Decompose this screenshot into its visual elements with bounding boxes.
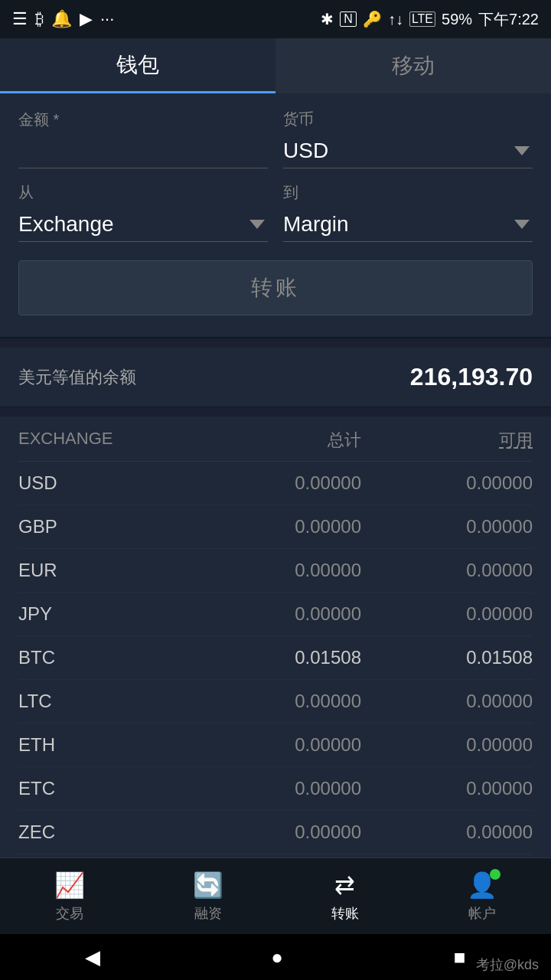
currency-field: 货币 USD [283, 109, 533, 168]
main-tabs: 钱包 移动 [0, 38, 551, 93]
play-icon: ▶ [80, 9, 93, 29]
row-total: 0.00000 [190, 516, 361, 537]
to-select[interactable]: Margin [283, 207, 533, 242]
watermark: 考拉@kds [476, 956, 539, 974]
row-total: 0.00000 [190, 691, 361, 712]
nav-label-trade: 交易 [56, 904, 83, 923]
row-available: 0.00000 [361, 560, 533, 581]
status-bar: ☰ ₿ 🔔 ▶ ··· ✱ N 🔑 ↑↓ LTE 59% 下午7:22 [0, 0, 551, 38]
nav-item-finance[interactable]: 🔄 融资 [193, 871, 223, 923]
signal-icon: ↑↓ [388, 11, 403, 28]
currency-label: 货币 [283, 109, 533, 129]
from-field: 从 Exchange [18, 182, 268, 242]
currency-value: USD [283, 139, 328, 163]
lte-badge: LTE [409, 11, 435, 27]
from-select[interactable]: Exchange [18, 207, 268, 242]
row-total: 0.00000 [190, 472, 361, 494]
currency-name: ETH [18, 734, 190, 756]
currency-name: ETC [18, 778, 190, 799]
balance-section: 美元等值的余额 216,193.70 [0, 348, 551, 407]
nav-label-finance: 融资 [194, 904, 222, 923]
home-button[interactable]: ● [271, 946, 283, 969]
row-available: 0.00000 [361, 822, 533, 843]
balance-label: 美元等值的余额 [18, 366, 136, 389]
nav-item-transfer[interactable]: ⇄ 转账 [331, 871, 359, 923]
row-total: 0.01508 [190, 647, 361, 668]
row-available: 0.00000 [361, 734, 533, 756]
crypto-icon: ₿ [35, 9, 44, 29]
currency-name: ZEC [18, 822, 190, 843]
to-label: 到 [283, 182, 533, 203]
status-left-icons: ☰ ₿ 🔔 ▶ ··· [12, 9, 114, 29]
currency-select[interactable]: USD [283, 134, 533, 168]
finance-icon: 🔄 [193, 871, 223, 900]
nfc-icon: N [340, 11, 357, 27]
table-row: JPY 0.00000 0.00000 [18, 593, 533, 636]
currency-name: JPY [18, 603, 190, 625]
transfer-button[interactable]: 转账 [18, 260, 533, 315]
table-row: BTC 0.01508 0.01508 [18, 636, 533, 680]
to-field: 到 Margin [283, 182, 533, 242]
amount-field: 金额 * [18, 109, 268, 168]
transfer-form: 金额 * 货币 USD 从 Exchange 到 Margin [0, 93, 551, 338]
table-header: EXCHANGE 总计 可用 [18, 416, 533, 462]
amount-label: 金额 * [18, 109, 268, 130]
row-total: 0.00000 [190, 734, 361, 756]
currency-name: BTC [18, 647, 190, 668]
battery-text: 59% [442, 11, 472, 28]
table-row: LTC 0.00000 0.00000 [18, 680, 533, 724]
from-label: 从 [18, 182, 268, 203]
row-total: 0.00000 [190, 778, 361, 799]
table-row: EUR 0.00000 0.00000 [18, 549, 533, 593]
row-available: 0.00000 [361, 778, 533, 799]
to-value: Margin [283, 212, 349, 237]
row-available: 0.00000 [361, 472, 533, 494]
system-bar: ◀ ● ■ 考拉@kds [0, 934, 551, 980]
more-icon: ··· [100, 9, 114, 29]
row-total: 0.00000 [190, 560, 361, 581]
currency-name: LTC [18, 691, 190, 712]
bluetooth-icon: ✱ [321, 10, 334, 28]
status-right-icons: ✱ N 🔑 ↑↓ LTE 59% 下午7:22 [321, 9, 539, 30]
balance-value: 216,193.70 [410, 363, 533, 391]
row-total: 0.00000 [190, 822, 361, 843]
time-display: 下午7:22 [478, 9, 539, 30]
from-value: Exchange [18, 212, 114, 237]
col-total-header: 总计 [190, 429, 361, 452]
key-icon: 🔑 [363, 10, 382, 28]
currency-name: GBP [18, 516, 190, 537]
recent-button[interactable]: ■ [454, 946, 466, 969]
row-available: 0.00000 [361, 691, 533, 712]
chevron-down-icon [514, 146, 530, 155]
transfer-btn-row: 转账 [18, 260, 533, 315]
nav-item-account[interactable]: 👤 帐户 [467, 871, 497, 923]
transfer-icon: ⇄ [334, 871, 355, 900]
row-total: 0.00000 [190, 603, 361, 625]
table-row: ETC 0.00000 0.00000 [18, 767, 533, 811]
online-indicator [490, 869, 500, 880]
row-available: 0.01508 [361, 647, 533, 668]
notification-icon: 🔔 [51, 9, 72, 29]
currency-name: EUR [18, 560, 190, 581]
nav-label-account: 帐户 [468, 904, 496, 923]
menu-icon: ☰ [12, 9, 28, 29]
to-chevron-icon [514, 220, 530, 229]
trade-icon: 📈 [54, 871, 85, 900]
table-row: USD 0.00000 0.00000 [18, 462, 533, 505]
row-available: 0.00000 [361, 516, 533, 537]
col-available-header: 可用 [361, 429, 533, 452]
table-row: GBP 0.00000 0.00000 [18, 505, 533, 549]
nav-label-transfer: 转账 [331, 904, 359, 923]
from-chevron-icon [249, 220, 265, 229]
bottom-nav: 📈 交易 🔄 融资 ⇄ 转账 👤 帐户 [0, 858, 551, 934]
tab-move[interactable]: 移动 [276, 38, 551, 93]
table-row: ZEC 0.00000 0.00000 [18, 811, 533, 854]
tab-wallet[interactable]: 钱包 [0, 38, 276, 93]
section-label: EXCHANGE [18, 429, 190, 452]
currency-name: USD [18, 472, 190, 494]
table-row: ETH 0.00000 0.00000 [18, 724, 533, 767]
amount-input[interactable] [18, 135, 268, 168]
nav-item-trade[interactable]: 📈 交易 [54, 871, 85, 923]
back-button[interactable]: ◀ [85, 946, 100, 969]
row-available: 0.00000 [361, 603, 533, 625]
